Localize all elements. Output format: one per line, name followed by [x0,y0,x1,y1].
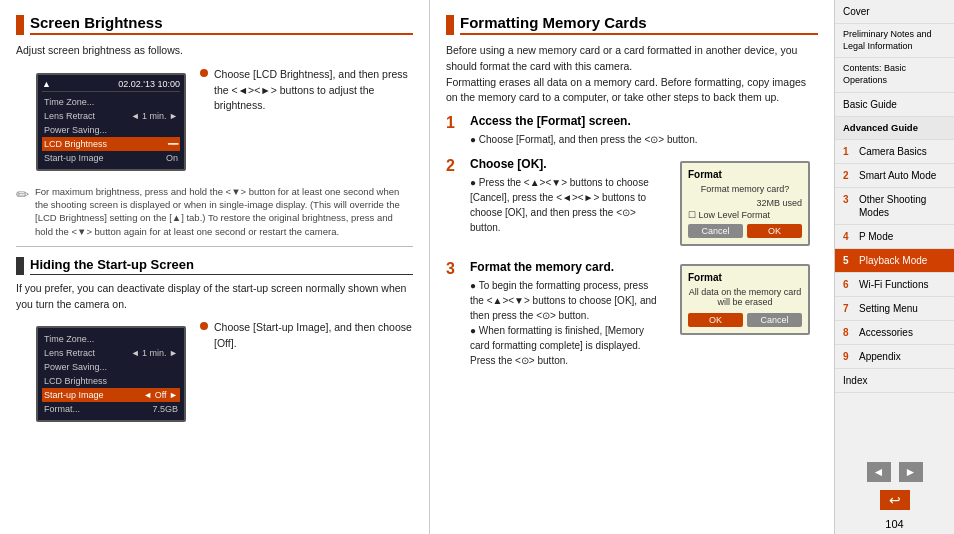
format2-cancel-btn[interactable]: Cancel [747,313,802,327]
sidebar-num-3: 3 [843,193,855,206]
sidebar-item-setting[interactable]: 7 Setting Menu [835,297,954,321]
step-3: 3 Format All data on the memory card wil… [446,260,818,368]
format-screen-2-buttons: OK Cancel [688,313,802,327]
sidebar-item-camera-basics[interactable]: 1 Camera Basics [835,140,954,164]
step-1-body: ● Choose [Format], and then press the <⊙… [470,132,818,147]
menu-item-startup: Start-up ImageOn [42,151,180,165]
sidebar-label-7: Setting Menu [859,302,918,315]
next-button[interactable]: ► [899,462,923,482]
step-2-num: 2 [446,157,462,250]
left-panel: Screen Brightness Adjust screen brightne… [0,0,430,534]
format-section-bar [446,15,454,35]
brightness-bullet-text: Choose [LCD Brightness], and then press … [214,67,413,114]
brightness-bullet: Choose [LCD Brightness], and then press … [200,67,413,114]
menu-icon: ▲ [42,79,51,89]
sidebar-num-6: 6 [843,278,855,291]
format-screen-1: Format Format memory card? 32MB used ☐ L… [680,161,810,246]
menu2-timezone: Time Zone... [42,332,180,346]
startup-intro: If you prefer, you can deactivate displa… [16,281,413,313]
brightness-note: ✏ For maximum brightness, press and hold… [16,185,413,238]
startup-content: Time Zone... Lens Retract◄ 1 min. ► Powe… [16,320,413,428]
sidebar-nav: ◄ ► [835,454,954,490]
back-button[interactable]: ↩ [880,490,910,510]
page-number: 104 [835,514,954,534]
menu-item-timezone: Time Zone... [42,95,180,109]
sidebar-item-accessories[interactable]: 8 Accessories [835,321,954,345]
sidebar-item-basic[interactable]: Basic Guide [835,93,954,117]
section-bar [16,15,24,35]
sidebar-item-other-modes[interactable]: 3 Other Shooting Modes [835,188,954,225]
menu2-startup: Start-up Image◄ Off ► [42,388,180,402]
menu-item-power: Power Saving... [42,123,180,137]
sidebar-item-p-mode[interactable]: 4 P Mode [835,225,954,249]
sidebar-label-6: Wi-Fi Functions [859,278,928,291]
format-screen-1-title: Format [688,169,802,180]
format-screen-1-option: ☐ Low Level Format [688,210,802,220]
sidebar-item-smart-auto[interactable]: 2 Smart Auto Mode [835,164,954,188]
sidebar-label-8: Accessories [859,326,913,339]
format-intro: Before using a new memory card or a card… [446,43,818,106]
format-ok-btn[interactable]: OK [747,224,802,238]
step-2: 2 Format Format memory card? 32MB used ☐… [446,157,818,250]
sidebar-item-wifi[interactable]: 6 Wi-Fi Functions [835,273,954,297]
format-screen-1-message: Format memory card? [688,184,802,194]
brightness-content: ▲ 02.02.'13 10:00 Time Zone... Lens Retr… [16,67,413,177]
sidebar-num-8: 8 [843,326,855,339]
sidebar-item-playback[interactable]: 5 Playback Mode [835,249,954,273]
divider [16,246,413,247]
sidebar-label-2: Smart Auto Mode [859,169,936,182]
step-3-content: Format All data on the memory card will … [470,260,810,368]
sidebar-num-7: 7 [843,302,855,315]
format-screen-2: Format All data on the memory card will … [680,264,810,335]
sidebar-item-preliminary[interactable]: Preliminary Notes and Legal Information [835,24,954,58]
right-panel: Formatting Memory Cards Before using a n… [430,0,834,534]
menu2-lens: Lens Retract◄ 1 min. ► [42,346,180,360]
screen-brightness-intro: Adjust screen brightness as follows. [16,43,413,59]
bullet-icon-2 [200,322,208,330]
startup-title: Hiding the Start-up Screen [30,257,413,275]
menu2-power: Power Saving... [42,360,180,374]
sidebar-item-contents[interactable]: Contents: Basic Operations [835,58,954,92]
sidebar-item-cover[interactable]: Cover [835,0,954,24]
sidebar-num-1: 1 [843,145,855,158]
screen-brightness-header: Screen Brightness [16,14,413,35]
startup-bullet: Choose [Start-up Image], and then choose… [200,320,413,352]
startup-bullet-text: Choose [Start-up Image], and then choose… [214,320,413,352]
camera-menu-header: ▲ 02.02.'13 10:00 [42,79,180,92]
note-icon: ✏ [16,185,29,204]
format-screen-1-size: 32MB used [688,198,802,208]
step-2-content: Format Format memory card? 32MB used ☐ L… [470,157,810,250]
step-3-num: 3 [446,260,462,368]
step-1-num: 1 [446,114,462,147]
sidebar-label-9: Appendix [859,350,901,363]
camera-menu-startup: Time Zone... Lens Retract◄ 1 min. ► Powe… [36,326,186,422]
format2-ok-btn[interactable]: OK [688,313,743,327]
sidebar: Cover Preliminary Notes and Legal Inform… [834,0,954,534]
format-header: Formatting Memory Cards [446,14,818,35]
sidebar-label-1: Camera Basics [859,145,927,158]
menu2-lcd: LCD Brightness [42,374,180,388]
sidebar-item-advanced[interactable]: Advanced Guide [835,117,954,140]
steps-area: 1 Access the [Format] screen. ● Choose [… [446,114,818,368]
prev-button[interactable]: ◄ [867,462,891,482]
menu2-format: Format...7.5GB [42,402,180,416]
sidebar-num-5: 5 [843,254,855,267]
menu-item-lens: Lens Retract◄ 1 min. ► [42,109,180,123]
step-1-content: Access the [Format] screen. ● Choose [Fo… [470,114,818,147]
sidebar-item-appendix[interactable]: 9 Appendix [835,345,954,369]
sidebar-label-4: P Mode [859,230,893,243]
sidebar-item-index[interactable]: Index [835,369,954,393]
sidebar-num-2: 2 [843,169,855,182]
sidebar-label-3: Other Shooting Modes [859,193,946,219]
startup-header: Hiding the Start-up Screen [16,257,413,275]
format-screen-1-buttons: Cancel OK [688,224,802,238]
camera-menu-brightness: ▲ 02.02.'13 10:00 Time Zone... Lens Retr… [36,73,186,171]
menu-datetime: 02.02.'13 10:00 [118,79,180,89]
note-text: For maximum brightness, press and hold t… [35,185,413,238]
section-brightness-title: Screen Brightness [30,14,413,35]
step-1-title: Access the [Format] screen. [470,114,818,128]
bullet-icon [200,69,208,77]
format-cancel-btn[interactable]: Cancel [688,224,743,238]
sidebar-num-4: 4 [843,230,855,243]
sidebar-num-9: 9 [843,350,855,363]
